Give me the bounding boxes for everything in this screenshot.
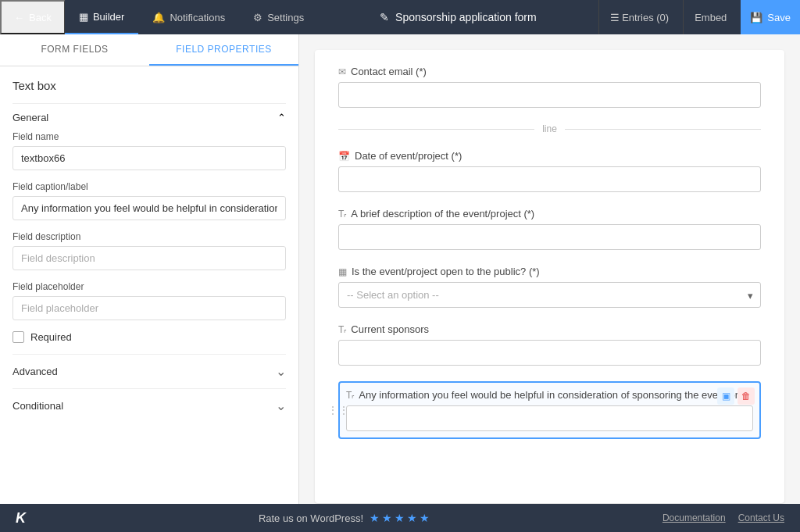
text-icon: Tᵣ <box>338 209 346 220</box>
star-2[interactable]: ★ <box>382 512 392 524</box>
left-content: Text box General ⌃ Field name Field capt… <box>0 66 298 504</box>
notifications-tab[interactable]: 🔔 Notifications <box>138 0 239 34</box>
nav-right-actions: ☰ Entries (0) Embed 💾 Save <box>598 0 800 34</box>
settings-tab[interactable]: ⚙ Settings <box>239 0 318 34</box>
star-4[interactable]: ★ <box>407 512 417 524</box>
entries-icon: ☰ <box>610 12 620 23</box>
gear-icon: ⚙ <box>253 12 262 23</box>
conditional-chevron-icon: ⌄ <box>276 398 286 413</box>
general-collapse-icon: ⌃ <box>277 112 286 123</box>
select-icon: ▦ <box>338 266 347 277</box>
is-public-select-wrapper: -- Select an option -- <box>338 282 761 308</box>
field-controls: ▣ 🗑 <box>717 387 755 405</box>
conditional-header[interactable]: Conditional ⌄ <box>12 398 286 413</box>
contact-link[interactable]: Contact Us <box>738 512 784 523</box>
conditional-section: Conditional ⌄ <box>12 388 286 423</box>
field-properties-tab[interactable]: FIELD PROPERTIES <box>149 34 298 66</box>
required-row[interactable]: Required <box>12 331 286 343</box>
main-layout: FORM FIELDS FIELD PROPERTIES Text box Ge… <box>0 34 800 504</box>
field-caption-group: Field caption/label <box>12 181 286 220</box>
any-info-active-wrapper: ⋮⋮ Tᵣ Any information you feel would be … <box>338 381 761 439</box>
textarea-icon: Tᵣ <box>346 390 354 401</box>
back-icon: ← <box>14 12 24 23</box>
form-canvas: ✉ Contact email (*) line 📅 Date of event… <box>315 50 784 503</box>
any-info-field-block: ⋮⋮ Tᵣ Any information you feel would be … <box>338 381 761 439</box>
logo: K <box>16 510 26 527</box>
field-placeholder-group: Field placeholder <box>12 281 286 320</box>
required-checkbox[interactable] <box>12 331 24 343</box>
contact-email-field: ✉ Contact email (*) <box>338 66 761 108</box>
field-name-group: Field name <box>12 131 286 170</box>
field-description-group: Field description <box>12 231 286 270</box>
description-field: Tᵣ A brief description of the event/proj… <box>338 208 761 250</box>
general-section-header[interactable]: General ⌃ <box>12 103 286 131</box>
date-field: 📅 Date of event/project (*) <box>338 150 761 192</box>
back-button[interactable]: ← Back <box>0 0 65 34</box>
bottom-center: Rate us on WordPress! ★ ★ ★ ★ ★ <box>259 512 430 524</box>
copy-field-button[interactable]: ▣ <box>717 387 734 405</box>
entries-button[interactable]: ☰ Entries (0) <box>598 0 680 34</box>
top-nav: ← Back ▦ Builder 🔔 Notifications ⚙ Setti… <box>0 0 800 34</box>
field-type-title: Text box <box>12 79 286 92</box>
date-input[interactable] <box>338 166 761 192</box>
bottom-links: Documentation Contact Us <box>662 512 784 523</box>
text2-icon: Tᵣ <box>338 324 346 335</box>
field-caption-input[interactable] <box>12 196 286 220</box>
star-5[interactable]: ★ <box>420 512 430 524</box>
star-1[interactable]: ★ <box>370 512 380 524</box>
advanced-header[interactable]: Advanced ⌄ <box>12 364 286 379</box>
current-sponsors-input[interactable] <box>338 340 761 366</box>
builder-tab[interactable]: ▦ Builder <box>65 0 138 34</box>
left-panel: FORM FIELDS FIELD PROPERTIES Text box Ge… <box>0 34 299 504</box>
divider-line: line <box>338 123 761 134</box>
builder-icon: ▦ <box>79 11 88 23</box>
star-rating[interactable]: ★ ★ ★ ★ ★ <box>370 512 430 524</box>
field-name-input[interactable] <box>12 146 286 170</box>
field-description-input[interactable] <box>12 246 286 270</box>
current-sponsors-field: Tᵣ Current sponsors <box>338 323 761 366</box>
drag-handle-icon[interactable]: ⋮⋮ <box>327 404 349 416</box>
form-title: ✎ Sponsorship application form <box>318 11 598 23</box>
advanced-section: Advanced ⌄ <box>12 354 286 388</box>
email-icon: ✉ <box>338 66 346 77</box>
edit-icon: ✎ <box>380 11 389 23</box>
bottom-bar: K Rate us on WordPress! ★ ★ ★ ★ ★ Docume… <box>0 504 800 532</box>
form-fields-tab[interactable]: FORM FIELDS <box>0 34 149 66</box>
save-icon: 💾 <box>750 12 762 23</box>
is-public-select[interactable]: -- Select an option -- <box>338 282 761 308</box>
right-panel: ✉ Contact email (*) line 📅 Date of event… <box>299 34 800 504</box>
field-placeholder-input[interactable] <box>12 296 286 320</box>
description-input[interactable] <box>338 224 761 250</box>
left-tabs: FORM FIELDS FIELD PROPERTIES <box>0 34 298 66</box>
delete-field-button[interactable]: 🗑 <box>738 387 755 405</box>
embed-button[interactable]: Embed <box>683 0 738 34</box>
any-info-input[interactable] <box>346 405 753 431</box>
contact-email-input[interactable] <box>338 82 761 108</box>
is-public-field: ▦ Is the event/project open to the publi… <box>338 266 761 308</box>
documentation-link[interactable]: Documentation <box>662 512 726 523</box>
save-button[interactable]: 💾 Save <box>741 0 800 34</box>
bell-icon: 🔔 <box>152 12 165 23</box>
star-3[interactable]: ★ <box>395 512 405 524</box>
calendar-icon: 📅 <box>338 151 350 162</box>
advanced-chevron-icon: ⌄ <box>276 364 286 379</box>
